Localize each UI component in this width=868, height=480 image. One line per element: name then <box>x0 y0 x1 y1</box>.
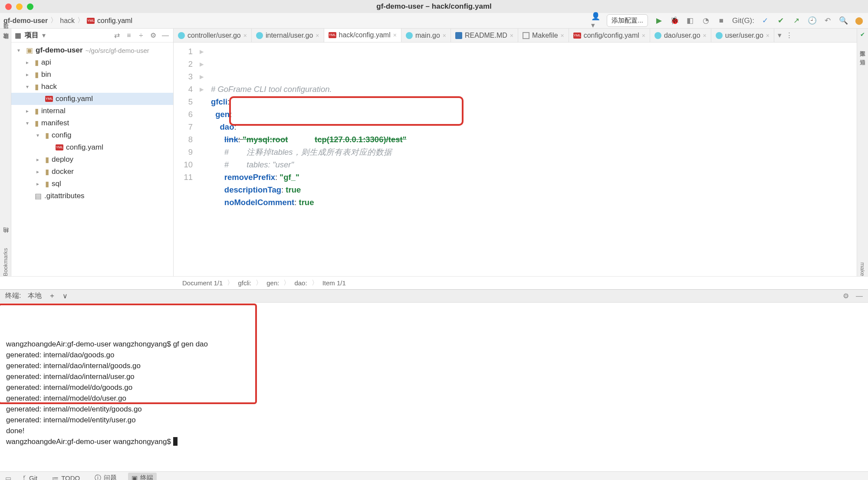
vcs-history-icon[interactable]: 🕘 <box>807 16 817 26</box>
git-label: Git(G): <box>732 16 754 25</box>
path-item[interactable]: gen: <box>266 279 279 287</box>
tree-folder[interactable]: ▸▮sql <box>11 178 173 190</box>
line-number-gutter: 1234567891011 <box>174 42 200 276</box>
tree-folder[interactable]: ▸▮internal <box>11 105 173 117</box>
tree-folder[interactable]: ▸▮docker <box>11 166 173 178</box>
vcs-push-icon[interactable]: ↗ <box>792 16 801 26</box>
terminal-output[interactable]: wangzhoangdeAir:gf-demo-user wangzhongya… <box>0 303 868 471</box>
markdown-file-icon <box>455 32 462 39</box>
breadcrumb-folder[interactable]: hack <box>60 17 75 25</box>
editor-tab[interactable]: Makefile× <box>518 29 569 42</box>
chevron-down-icon[interactable]: ▾ <box>42 31 46 39</box>
user-dropdown-icon[interactable]: 👤▾ <box>591 16 601 26</box>
editor-tab[interactable]: main.go× <box>401 29 451 42</box>
tree-folder[interactable]: ▾▮hack <box>11 81 173 93</box>
tree-folder[interactable]: ▾▮config <box>11 129 173 141</box>
path-item[interactable]: Item 1/1 <box>322 279 346 287</box>
close-tab-icon[interactable]: × <box>561 32 564 39</box>
minimize-window-button[interactable] <box>16 3 23 10</box>
maximize-window-button[interactable] <box>27 3 33 10</box>
editor-tab[interactable]: controller/user.go× <box>174 29 252 42</box>
breadcrumb-root[interactable]: gf-demo-user <box>3 17 48 25</box>
editor-tab[interactable]: README.MD× <box>451 29 518 42</box>
gear-icon[interactable]: ⚙ <box>149 31 158 39</box>
tree-folder[interactable]: ▾▮manifest <box>11 117 173 129</box>
add-config-button[interactable]: 添加配置... <box>607 14 648 27</box>
terminal-tab-local[interactable]: 本地 <box>28 291 42 300</box>
close-tab-icon[interactable]: × <box>510 32 513 39</box>
editor-breadcrumb-bar[interactable]: Document 1/1〉 gfcli:〉 gen:〉 dao:〉 Item 1… <box>0 276 868 289</box>
close-tab-icon[interactable]: × <box>316 32 319 39</box>
vcs-rollback-icon[interactable]: ↶ <box>823 16 832 26</box>
sidetab-make[interactable]: make <box>859 262 866 276</box>
code-editor[interactable]: 1234567891011 ▸▸▸▸ # GoFrame CLI tool co… <box>174 42 857 276</box>
breadcrumb-file[interactable]: config.yaml <box>97 17 132 25</box>
vcs-commit-icon[interactable]: ✔ <box>776 16 786 26</box>
right-tool-strip: ✔ 数据库 通知 make <box>857 29 868 276</box>
vcs-update-icon[interactable]: ✓ <box>760 16 770 26</box>
tree-folder[interactable]: ▸▮deploy <box>11 153 173 166</box>
select-opened-file-icon[interactable]: ⇄ <box>112 31 121 39</box>
window-title: gf-demo-user – hack/config.yaml <box>376 2 491 11</box>
code-content[interactable]: # GoFrame CLI tool configuration.gfcli: … <box>208 42 857 276</box>
left-tool-strip: 项目 拉取请求 结构 Bookmarks <box>0 29 11 276</box>
toolbar-right: 👤▾ 添加配置... ▶ 🐞 ◧ ◔ ■ Git(G): ✓ ✔ ↗ 🕘 ↶ 🔍… <box>591 14 864 27</box>
editor-tab[interactable]: user/user.go× <box>711 29 774 42</box>
project-tree[interactable]: ▾▣gf-demo-user ~/go/src/gf-demo-user▸▮ap… <box>11 42 173 276</box>
terminal-new-tab-icon[interactable]: ＋ <box>49 291 56 300</box>
tree-file[interactable]: config.yaml <box>11 141 173 153</box>
tabs-overflow[interactable]: ▾ ⋮ <box>774 29 796 42</box>
terminal-line: done! <box>6 425 862 436</box>
fold-column[interactable]: ▸▸▸▸ <box>200 42 208 276</box>
todo-icon: ≔ <box>52 474 59 480</box>
editor-area: controller/user.go×internal/user.go×hack… <box>174 29 857 276</box>
terminal-tab-dropdown-icon[interactable]: ∨ <box>62 292 68 300</box>
bottom-toolbar-toggle-icon[interactable]: ▭ <box>5 474 11 480</box>
navigation-bar: gf-demo-user 〉 hack 〉 config.yaml 👤▾ 添加配… <box>0 13 868 29</box>
close-tab-icon[interactable]: × <box>703 32 707 39</box>
gear-icon[interactable]: ⚙ <box>843 292 849 300</box>
tree-file[interactable]: ▤.gitattributes <box>11 190 173 202</box>
debug-icon[interactable]: 🐞 <box>670 16 679 26</box>
editor-tab[interactable]: dao/user.go× <box>650 29 711 42</box>
project-panel-title[interactable]: 项目 <box>25 31 39 40</box>
project-panel-icon: ▦ <box>15 31 21 39</box>
close-tab-icon[interactable]: × <box>766 32 769 39</box>
editor-tab[interactable]: config/config.yaml× <box>569 29 650 42</box>
hide-panel-icon[interactable]: — <box>161 32 170 39</box>
close-tab-icon[interactable]: × <box>393 32 397 39</box>
search-icon[interactable]: 🔍 <box>838 16 848 26</box>
tree-file[interactable]: config.yaml <box>11 93 173 105</box>
terminal-line: generated: internal/model/entity/goods.g… <box>6 404 862 415</box>
run-icon[interactable]: ▶ <box>654 16 664 26</box>
profile-icon[interactable]: ◔ <box>701 16 710 26</box>
editor-tabs[interactable]: controller/user.go×internal/user.go×hack… <box>174 29 857 42</box>
tab-terminal[interactable]: ▣终端 <box>128 473 157 480</box>
hide-terminal-icon[interactable]: — <box>856 292 863 300</box>
tab-git[interactable]: ᚶGit <box>19 473 41 480</box>
path-item[interactable]: gfcli: <box>238 279 251 287</box>
close-window-button[interactable] <box>5 3 12 10</box>
inspection-ok-icon[interactable]: ✔ <box>860 31 865 38</box>
coverage-icon[interactable]: ◧ <box>685 16 695 26</box>
breadcrumb[interactable]: gf-demo-user 〉 hack 〉 config.yaml <box>3 16 132 25</box>
ide-settings-icon[interactable]: ⬤ <box>854 16 864 26</box>
git-icon: ᚶ <box>23 474 26 480</box>
editor-tab[interactable]: hack/config.yaml× <box>324 29 401 42</box>
close-tab-icon[interactable]: × <box>243 32 247 39</box>
path-item[interactable]: Document 1/1 <box>182 279 223 287</box>
tree-folder[interactable]: ▸▮api <box>11 56 173 69</box>
tab-todo[interactable]: ≔TODO <box>49 473 83 480</box>
tab-problems[interactable]: ⓘ问题 <box>91 473 120 480</box>
yaml-file-icon <box>87 18 95 24</box>
close-tab-icon[interactable]: × <box>642 32 645 39</box>
editor-tab[interactable]: internal/user.go× <box>252 29 324 42</box>
collapse-all-icon[interactable]: ÷ <box>137 32 145 39</box>
path-item[interactable]: dao: <box>294 279 307 287</box>
sidetab-bookmarks[interactable]: Bookmarks <box>2 248 9 276</box>
stop-icon[interactable]: ■ <box>717 16 726 26</box>
close-tab-icon[interactable]: × <box>443 32 446 39</box>
tree-root[interactable]: ▾▣gf-demo-user ~/go/src/gf-demo-user <box>11 44 173 56</box>
expand-all-icon[interactable]: ≡ <box>125 32 133 39</box>
tree-folder[interactable]: ▸▮bin <box>11 69 173 81</box>
